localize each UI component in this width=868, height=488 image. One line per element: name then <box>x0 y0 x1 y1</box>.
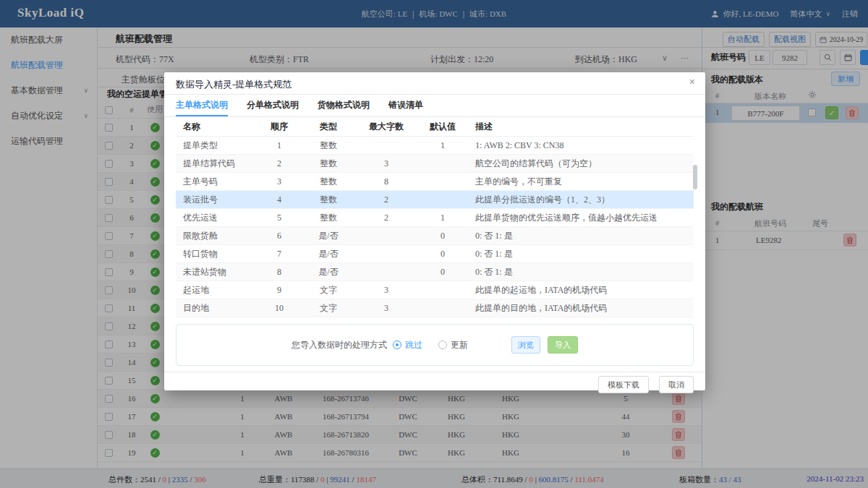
format-row[interactable]: 装运批号 4 整数 2 此提单分批运送的编号（1、2、3） <box>176 191 694 209</box>
format-row[interactable]: 优先运送 5 整数 2 1 此提单货物的优先运送顺序，值越小越优先运送 <box>176 209 694 227</box>
format-row[interactable]: 转口货物 7 是/否 0 0: 否 1: 是 <box>176 245 694 263</box>
cancel-button[interactable]: 取消 <box>659 376 694 393</box>
field-maxlen: 8 <box>355 176 417 187</box>
field-order: 10 <box>257 303 302 314</box>
import-button[interactable]: 导入 <box>548 336 578 354</box>
field-name: 未进站货物 <box>176 266 257 278</box>
field-order: 9 <box>257 285 302 296</box>
field-name: 主单号码 <box>176 176 257 188</box>
field-name: 装运批号 <box>176 194 257 206</box>
field-desc: 0: 否 1: 是 <box>468 248 694 260</box>
field-default: 0 <box>417 267 468 278</box>
field-order: 6 <box>257 231 302 241</box>
field-desc: 主单的编号，不可重复 <box>468 176 694 188</box>
format-row[interactable]: 提单结算代码 2 整数 3 航空公司的结算代码（可为空） <box>176 155 694 173</box>
field-type: 是/否 <box>302 266 355 278</box>
field-default: 0 <box>417 249 468 260</box>
field-type: 是/否 <box>302 230 355 242</box>
radio-update[interactable]: 更新 <box>438 339 468 351</box>
field-maxlen: 2 <box>355 194 417 205</box>
field-maxlen: 2 <box>355 213 417 223</box>
field-maxlen: 3 <box>355 285 417 296</box>
field-order: 5 <box>257 213 302 223</box>
format-table: 提单类型 1 整数 1 1: AWB 2: CBV 3: CN38 提单结算代码… <box>176 137 694 317</box>
format-row[interactable]: 限散货舱 6 是/否 0 0: 否 1: 是 <box>176 227 694 245</box>
field-name: 转口货物 <box>176 248 257 260</box>
field-type: 整数 <box>302 212 355 224</box>
field-name: 起运地 <box>176 284 257 296</box>
dialog-tab[interactable]: 主单格式说明 <box>176 95 228 116</box>
app-screen: SkyLoad iQ 航空公司: LE ｜ 机场: DWC ｜ 城市: DXB … <box>0 0 868 488</box>
dialog-title: 数据导入精灵-提单格式规范 <box>176 78 292 91</box>
field-desc: 0: 否 1: 是 <box>468 266 694 278</box>
scrollbar-thumb[interactable] <box>693 165 697 189</box>
field-name: 提单类型 <box>176 140 257 152</box>
field-type: 整数 <box>302 140 355 152</box>
field-order: 2 <box>257 158 302 169</box>
field-type: 整数 <box>302 176 355 188</box>
field-desc: 此提单分批运送的编号（1、2、3） <box>468 194 694 206</box>
radio-dot <box>393 341 401 349</box>
field-desc: 此提单的目的地，IATA的机场代码 <box>468 302 694 314</box>
field-order: 7 <box>257 249 302 260</box>
radio-skip[interactable]: 跳过 <box>393 339 422 351</box>
field-type: 整数 <box>302 158 355 170</box>
field-order: 3 <box>257 176 302 187</box>
radio-dot <box>438 341 447 349</box>
format-row[interactable]: 主单号码 3 整数 8 主单的编号，不可重复 <box>176 173 694 191</box>
field-name: 优先运送 <box>176 212 257 224</box>
dialog-tabs: 主单格式说明 分单格式说明 货物格式说明 错误清单 <box>176 95 423 116</box>
process-mode-label: 您导入数据时的处理方式 <box>292 339 387 351</box>
dialog-tab[interactable]: 分单格式说明 <box>247 95 299 116</box>
field-name: 限散货舱 <box>176 230 257 242</box>
field-type: 文字 <box>302 302 355 314</box>
template-download-button[interactable]: 模板下载 <box>598 376 649 393</box>
field-name: 提单结算代码 <box>176 158 257 170</box>
field-default: 0 <box>417 231 468 241</box>
field-type: 是/否 <box>302 248 355 260</box>
field-desc: 1: AWB 2: CBV 3: CN38 <box>468 140 694 151</box>
field-order: 8 <box>257 267 302 278</box>
dialog-tab[interactable]: 货物格式说明 <box>318 95 370 116</box>
field-default: 1 <box>417 213 468 223</box>
close-icon[interactable]: × <box>689 76 695 87</box>
field-desc: 此提单的起运地，IATA的机场代码 <box>468 284 694 296</box>
field-order: 4 <box>257 194 302 205</box>
field-name: 目的地 <box>176 302 257 314</box>
format-row[interactable]: 起运地 9 文字 3 此提单的起运地，IATA的机场代码 <box>176 281 694 299</box>
field-type: 文字 <box>302 284 355 296</box>
field-desc: 航空公司的结算代码（可为空） <box>468 158 694 170</box>
field-maxlen: 3 <box>355 158 417 169</box>
field-desc: 此提单货物的优先运送顺序，值越小越优先运送 <box>468 212 694 224</box>
field-order: 1 <box>257 140 302 151</box>
format-row[interactable]: 提单类型 1 整数 1 1: AWB 2: CBV 3: CN38 <box>176 137 694 155</box>
import-options-box: 您导入数据时的处理方式 跳过 更新 浏览 导入 <box>176 324 694 366</box>
field-desc: 0: 否 1: 是 <box>468 230 694 242</box>
field-default: 1 <box>417 140 468 151</box>
dialog-tab[interactable]: 错误清单 <box>388 95 423 116</box>
format-table-header: 名称 顺序 类型 最大字数 默认值 描述 <box>176 118 694 137</box>
field-type: 整数 <box>302 194 355 206</box>
field-maxlen: 3 <box>355 303 417 314</box>
browse-button[interactable]: 浏览 <box>511 336 540 354</box>
import-wizard-dialog: 数据导入精灵-提单格式规范 × 主单格式说明 分单格式说明 货物格式说明 错误清… <box>164 72 705 390</box>
format-row[interactable]: 未进站货物 8 是/否 0 0: 否 1: 是 <box>176 263 694 281</box>
format-row[interactable]: 目的地 10 文字 3 此提单的目的地，IATA的机场代码 <box>176 299 694 317</box>
